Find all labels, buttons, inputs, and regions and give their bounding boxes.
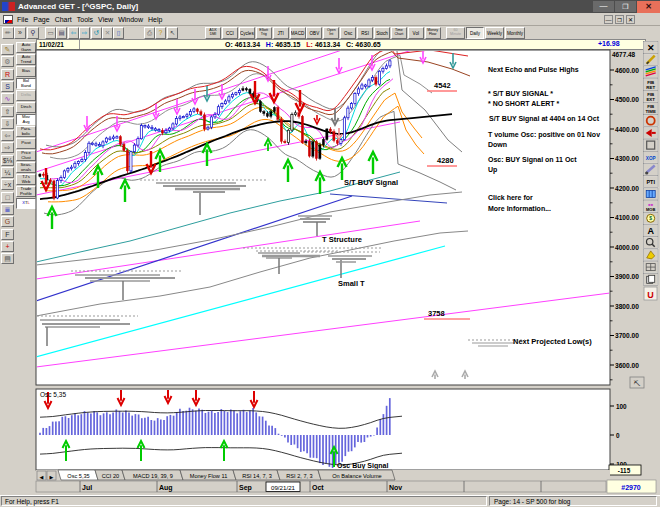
svg-text:Nov: Nov (389, 484, 402, 491)
svg-text:MOB: MOB (646, 207, 655, 212)
svg-text:0: 0 (616, 432, 620, 439)
svg-text:RET: RET (646, 85, 655, 90)
svg-text:3600.00: 3600.00 (615, 362, 639, 369)
svg-text:Oct: Oct (312, 484, 324, 491)
svg-text:Next Echo and Pulse Highs: Next Echo and Pulse Highs (488, 66, 579, 74)
svg-text:100: 100 (616, 403, 627, 410)
svg-text:On Balance Volume: On Balance Volume (332, 473, 381, 479)
svg-text:RSI 2, 7, 3: RSI 2, 7, 3 (286, 473, 312, 479)
svg-text:* NO SHORT ALERT *: * NO SHORT ALERT * (488, 100, 560, 107)
svg-text:Sep: Sep (239, 484, 252, 492)
svg-text:RSI 14, 7, 3: RSI 14, 7, 3 (242, 473, 272, 479)
svg-text:4542: 4542 (434, 81, 451, 90)
svg-text:Next Projected Low(s): Next Projected Low(s) (513, 337, 592, 346)
svg-text:U: U (647, 290, 654, 300)
svg-text:Money Flow 11: Money Flow 11 (190, 473, 228, 479)
svg-text:4000.00: 4000.00 (615, 244, 639, 251)
svg-text:#2970: #2970 (621, 484, 641, 491)
svg-text:▶: ▶ (50, 474, 54, 480)
svg-text:4100.00: 4100.00 (615, 214, 639, 221)
svg-text:✕: ✕ (647, 43, 655, 53)
svg-text:Up: Up (488, 166, 497, 174)
svg-text:Osc 5,35: Osc 5,35 (40, 391, 66, 398)
svg-text:3700.00: 3700.00 (615, 332, 639, 339)
svg-text:A: A (647, 226, 654, 236)
svg-text:* S/T BUY SIGNAL *: * S/T BUY SIGNAL * (488, 90, 553, 97)
svg-text:Small T: Small T (338, 279, 365, 288)
svg-text:4677.48: 4677.48 (612, 51, 636, 58)
svg-text:Aug: Aug (159, 484, 173, 492)
svg-text:⛏: ⛏ (634, 380, 641, 387)
svg-text:Click here for: Click here for (488, 194, 533, 201)
svg-text:4500.00: 4500.00 (615, 96, 639, 103)
svg-text:4300.00: 4300.00 (615, 155, 639, 162)
svg-text:CCI 20: CCI 20 (102, 473, 119, 479)
svg-text:Osc 5,35: Osc 5,35 (67, 473, 89, 479)
svg-text:4600.00: 4600.00 (615, 67, 639, 74)
svg-text:More Information...: More Information... (488, 205, 551, 212)
svg-text:◀: ◀ (40, 474, 44, 480)
svg-text:4200.00: 4200.00 (615, 185, 639, 192)
svg-text:Osc: BUY Signal on 11 Oct: Osc: BUY Signal on 11 Oct (488, 156, 577, 164)
svg-text:EXT: EXT (646, 97, 655, 102)
svg-text:3900.00: 3900.00 (615, 273, 639, 280)
svg-text:Jul: Jul (82, 484, 92, 491)
svg-text:09/21/21: 09/21/21 (271, 484, 296, 491)
svg-text:T volume Osc: positive on 01 N: T volume Osc: positive on 01 Nov (488, 131, 600, 139)
svg-text:S/T BUY Signal: S/T BUY Signal (344, 178, 398, 187)
svg-text:-115: -115 (618, 467, 631, 474)
svg-text:3758: 3758 (428, 309, 445, 318)
svg-text:S/T BUY Signal at 4404 on 14 O: S/T BUY Signal at 4404 on 14 Oct (489, 115, 600, 123)
svg-text:Down: Down (488, 141, 507, 148)
svg-text:XOP: XOP (646, 156, 656, 161)
svg-text:3800.00: 3800.00 (615, 303, 639, 310)
svg-text:T Structure: T Structure (322, 235, 362, 244)
svg-text:$: $ (649, 215, 652, 221)
svg-text:MACD 19, 39, 9: MACD 19, 39, 9 (133, 473, 173, 479)
svg-text:Osc Buy Signal: Osc Buy Signal (337, 462, 388, 470)
svg-text:PTI: PTI (647, 179, 656, 185)
svg-text:4400.00: 4400.00 (615, 126, 639, 133)
svg-text:TIME: TIME (645, 109, 656, 114)
svg-text:4280: 4280 (437, 156, 454, 165)
